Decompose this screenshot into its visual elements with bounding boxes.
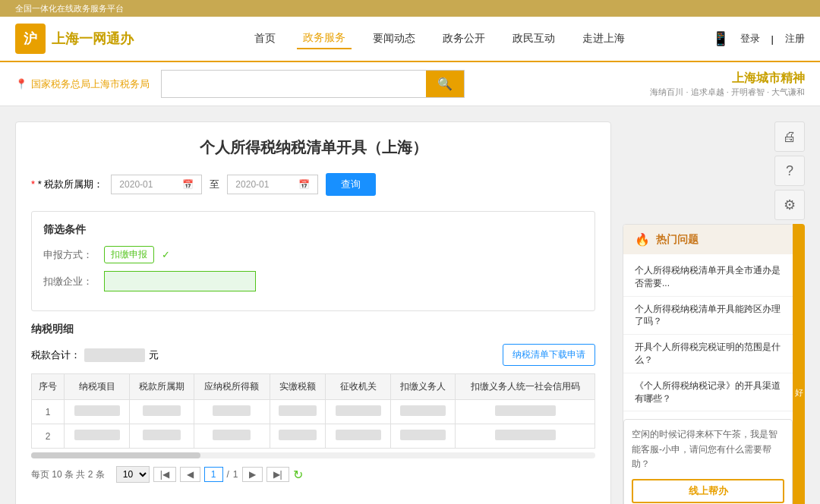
horizontal-scrollbar[interactable]	[31, 452, 595, 458]
hot-link-2[interactable]: 个人所得税纳税清单开具能跨区办理了吗？	[623, 297, 793, 335]
main-nav: 首页 政务服务 要闻动态 政务公开 政民互动 走进上海	[167, 28, 712, 49]
table-header-row: 序号 纳税项目 税款所属期 应纳税所得额 实缴税额 征收机关 扣缴义务人 扣缴义…	[32, 374, 595, 400]
settings-button[interactable]: ⚙	[774, 190, 805, 220]
query-button[interactable]: 查询	[326, 173, 376, 196]
report-label: 申报方式：	[43, 248, 96, 262]
date-from-input[interactable]: 2020-01 📅	[111, 175, 202, 194]
amount-unit: 元	[149, 348, 159, 362]
cell-paid-1	[270, 400, 326, 424]
nav-opendata[interactable]: 政务公开	[437, 29, 491, 49]
print-button[interactable]: 🖨	[774, 121, 805, 152]
table-row: 1	[32, 400, 595, 424]
prev-page-btn[interactable]: ◀	[180, 467, 200, 482]
per-page-select[interactable]: 10 20 50	[116, 466, 150, 483]
cell-authority-2	[326, 424, 390, 449]
cell-period-1	[129, 400, 194, 424]
hot-links: 个人所得税纳税清单开具全市通办是否需要... 个人所得税纳税清单开具能跨区办理了…	[623, 254, 793, 415]
scrollbar-thumb	[31, 452, 200, 458]
th-seq: 序号	[32, 374, 65, 400]
cell-seq-1: 1	[32, 400, 65, 424]
city-brand-subtitle: 海纳百川 · 追求卓越 · 开明睿智 · 大气谦和	[650, 87, 805, 98]
cell-credit-2	[456, 424, 595, 449]
cell-taxable-2	[194, 424, 270, 449]
tax-detail: 纳税明细 税款合计： 元 纳税清单下载申请 序号 纳税项目 税款所属期 应纳税	[31, 323, 595, 483]
cell-obligor-2	[390, 424, 455, 449]
chat-section: 空闲的时候记得来杯下午茶，我是智能客服-小申，请问您有什么需要帮助？ 线上帮办 …	[623, 419, 793, 504]
report-tag[interactable]: 扣缴申报	[104, 246, 154, 263]
help-button[interactable]: ?	[774, 156, 805, 186]
th-period: 税款所属期	[129, 374, 194, 400]
logo-icon: 沪	[15, 24, 46, 54]
online-help-button[interactable]: 线上帮办	[632, 479, 784, 503]
logo-text: 上海一网通办	[52, 30, 134, 48]
hot-link-4[interactable]: 《个人所得税纳税记录》的开具渠道有哪些？	[623, 373, 793, 412]
checkmark-icon: ✓	[162, 249, 170, 260]
nav-news[interactable]: 要闻动态	[367, 29, 421, 49]
cell-taxable-1	[194, 400, 270, 424]
date-label: * * 税款所属期：	[31, 178, 103, 191]
search-button[interactable]: 🔍	[426, 71, 464, 97]
table-row: 2	[32, 424, 595, 449]
required-star: *	[31, 178, 35, 190]
th-authority: 征收机关	[326, 374, 390, 400]
company-input[interactable]	[104, 271, 256, 291]
cell-item-2	[65, 424, 129, 449]
date-to-input[interactable]: 2020-01 📅	[227, 175, 318, 194]
date-to-value: 2020-01	[235, 179, 269, 190]
nav-interaction[interactable]: 政民互动	[506, 29, 561, 49]
header-right: 📱 登录 | 注册	[712, 30, 805, 47]
th-credit: 扣缴义务人统一社会信用码	[456, 374, 595, 400]
date-filter: * * 税款所属期： 2020-01 📅 至 2020-01 📅 查询	[31, 173, 595, 196]
filter-title: 筛选条件	[43, 223, 583, 237]
location-area: 📍 国家税务总局上海市税务局	[15, 77, 150, 91]
cell-period-2	[129, 424, 194, 449]
filter-section: 筛选条件 申报方式： 扣缴申报 ✓ 扣缴企业：	[31, 211, 595, 311]
hot-panel-wrap: 🔥 热门问题 个人所得税纳税清单开具全市通办是否需要... 个人所得税纳税清单开…	[623, 224, 805, 504]
refresh-icon[interactable]: ↻	[293, 468, 303, 482]
cell-credit-1	[456, 400, 595, 424]
next-page-btn[interactable]: ▶	[242, 467, 263, 482]
nav-about[interactable]: 走进上海	[576, 29, 631, 49]
nav-home[interactable]: 首页	[248, 29, 282, 49]
th-paid: 实缴税额	[270, 374, 326, 400]
th-obligor: 扣缴义务人	[390, 374, 455, 400]
search-input[interactable]	[162, 71, 426, 97]
tax-amount	[84, 348, 145, 362]
nav-services[interactable]: 政务服务	[297, 28, 352, 49]
search-bar: 📍 国家税务总局上海市税务局 🔍 上海城市精神 海纳百川 · 追求卓越 · 开明…	[0, 62, 820, 106]
city-brand: 上海城市精神 海纳百川 · 追求卓越 · 开明睿智 · 大气谦和	[650, 71, 805, 98]
header: 沪 上海一网通办 首页 政务服务 要闻动态 政务公开 政民互动 走进上海 📱 登…	[0, 17, 820, 62]
total-label: 税款合计：	[31, 348, 80, 362]
floating-buttons: 🖨 ? ⚙	[623, 121, 805, 220]
company-label: 扣缴企业：	[43, 275, 96, 288]
chat-content: 空闲的时候记得来杯下午茶，我是智能客服-小申，请问您有什么需要帮助？	[632, 427, 784, 471]
total-pages: 1	[233, 469, 238, 480]
cell-paid-2	[270, 424, 326, 449]
first-page-btn[interactable]: |◀	[153, 467, 176, 482]
logo-area: 沪 上海一网通办	[15, 24, 167, 54]
register-link[interactable]: 注册	[785, 32, 805, 46]
data-table: 序号 纳税项目 税款所属期 应纳税所得额 实缴税额 征收机关 扣缴义务人 扣缴义…	[31, 373, 595, 449]
fire-icon: 🔥	[635, 232, 650, 247]
cell-authority-1	[326, 400, 390, 424]
report-filter-row: 申报方式： 扣缴申报 ✓	[43, 246, 583, 263]
hot-link-3[interactable]: 开具个人所得税完税证明的范围是什么？	[623, 335, 793, 373]
content-area: 个人所得税纳税清单开具（上海） * * 税款所属期： 2020-01 📅 至 2…	[15, 121, 611, 504]
page-info: 每页 10 条 共 2 条	[31, 468, 105, 481]
download-button[interactable]: 纳税清单下载申请	[503, 344, 595, 366]
th-item: 纳税项目	[65, 374, 129, 400]
date-from-value: 2020-01	[119, 179, 153, 190]
hot-panel-header: 🔥 热门问题	[623, 225, 793, 254]
hot-link-1[interactable]: 个人所得税纳税清单开具全市通办是否需要...	[623, 258, 793, 297]
city-brand-title: 上海城市精神	[650, 71, 805, 87]
last-page-btn[interactable]: ▶|	[266, 467, 289, 482]
calendar-icon: 📅	[182, 179, 194, 190]
pagination: 每页 10 条 共 2 条 10 20 50 |◀ ◀ 1 / 1 ▶ ▶| ↻	[31, 466, 595, 483]
collapse-button[interactable]: 好	[793, 224, 805, 504]
table-body: 1 2	[32, 400, 595, 449]
login-link[interactable]: 登录	[740, 32, 760, 46]
cell-item-1	[65, 400, 129, 424]
right-panel: 🖨 ? ⚙ 🔥 热门问题 个人所得税纳税清单开具全市通办是否需要... 个人所得…	[623, 121, 805, 504]
top-bar: 全国一体化在线政务服务平台	[0, 0, 820, 17]
tax-detail-title: 纳税明细	[31, 323, 595, 336]
